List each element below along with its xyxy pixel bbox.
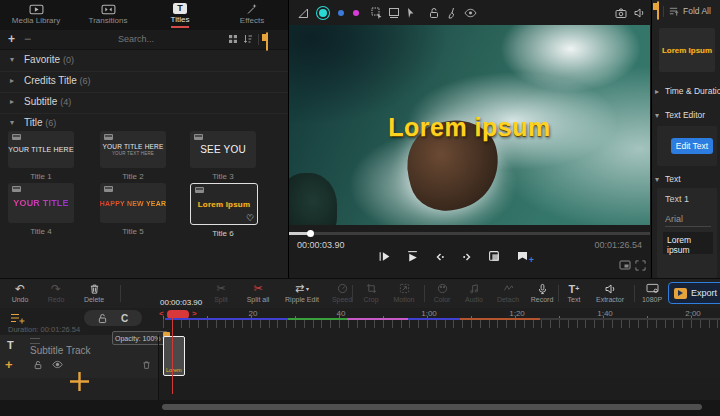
panel-collapse-icon[interactable] xyxy=(266,33,268,51)
title-preview-subtext: YOUR TEXT HERE xyxy=(112,151,154,156)
eye-icon[interactable] xyxy=(464,6,477,20)
title-thumbnail-3[interactable]: SEE YOU Title 3 xyxy=(190,131,256,181)
delete-button[interactable]: Delete xyxy=(74,282,114,303)
tab-media-library[interactable]: Media Library xyxy=(0,0,72,30)
section-text[interactable]: ▾ Text xyxy=(652,172,720,188)
next-frame-button[interactable] xyxy=(461,251,473,263)
tab-titles[interactable]: T Titles xyxy=(144,0,216,30)
extractor-button[interactable]: Extractor xyxy=(588,282,632,303)
ripple-edit-button[interactable]: ⇄▾Ripple Edit xyxy=(278,282,326,303)
broom-icon[interactable] xyxy=(446,6,458,20)
tab-transitions[interactable]: Transitions xyxy=(72,0,144,30)
text-tool-icon[interactable] xyxy=(388,6,400,20)
export-button[interactable]: Export xyxy=(668,282,720,304)
font-dropdown[interactable]: Arial xyxy=(665,214,711,227)
track-lock-icon[interactable] xyxy=(98,313,107,324)
add-track-plus-button[interactable] xyxy=(69,371,90,392)
scrollbar-thumb[interactable] xyxy=(162,404,702,410)
magenta-color-dot[interactable] xyxy=(353,6,359,20)
title-badge-icon xyxy=(12,186,21,192)
track-visibility-eye-icon[interactable] xyxy=(52,360,63,369)
motion-button[interactable]: Motion xyxy=(386,282,422,303)
track-trash-icon[interactable] xyxy=(142,360,151,370)
previous-frame-button[interactable] xyxy=(434,251,446,263)
play-button[interactable] xyxy=(378,250,391,263)
favorite-heart-icon[interactable]: ♡ xyxy=(246,213,254,223)
snap-magnet-icon[interactable]: C xyxy=(121,313,128,324)
volume-icon[interactable] xyxy=(633,6,645,20)
caret-down-icon: ▾ xyxy=(10,55,14,64)
title-overlay-text[interactable]: Lorem ipsum xyxy=(289,113,650,142)
crop-button[interactable]: Crop xyxy=(356,282,386,303)
divider xyxy=(258,34,259,45)
cursor-tool-icon[interactable] xyxy=(405,6,416,20)
split-button[interactable]: ✂Split xyxy=(204,282,238,303)
edit-text-button[interactable]: Edit Text xyxy=(671,138,713,154)
section-time-duration[interactable]: ▸ Time & Duration xyxy=(652,84,720,100)
mini-player-icon[interactable] xyxy=(619,260,631,270)
add-track-icon[interactable] xyxy=(10,312,25,325)
split-all-button[interactable]: ✂Split all xyxy=(238,282,278,303)
selected-title-thumbnail: Lorem Ipsum xyxy=(659,28,715,72)
audio-button[interactable]: Audio xyxy=(458,282,490,303)
dropdown-caret-icon: ▾ xyxy=(306,285,309,292)
sort-icon[interactable] xyxy=(243,34,253,44)
title-thumbnail-5[interactable]: HAPPY NEW YEAR Title 5 xyxy=(100,183,166,236)
snapshot-button[interactable] xyxy=(488,250,501,263)
resolution-button[interactable]: 1080P xyxy=(636,282,668,303)
category-subtitle[interactable]: ▸ Subtitle (4) xyxy=(0,92,288,114)
redo-button[interactable]: ↷Redo xyxy=(38,282,74,303)
title-thumbnail-2[interactable]: YOUR TITLE HERE YOUR TEXT HERE Title 2 xyxy=(100,131,166,181)
seek-bar[interactable] xyxy=(289,232,650,235)
track-drag-handle[interactable] xyxy=(30,338,40,344)
detach-button[interactable]: Detach xyxy=(490,282,526,303)
tab-label: Effects xyxy=(240,17,264,27)
grid-view-icon[interactable] xyxy=(228,34,238,44)
title-thumbnail-6-selected[interactable]: Lorem Ipsum ♡ Title 6 xyxy=(190,183,256,238)
add-marker-button[interactable]: + xyxy=(516,251,530,263)
video-editor-app: Media Library Transitions T Titles Effec… xyxy=(0,0,720,416)
stop-button[interactable] xyxy=(406,250,419,263)
fold-all-button[interactable]: Fold All xyxy=(683,6,711,16)
add-subtitle-button[interactable]: + xyxy=(5,357,13,372)
color-button[interactable]: Color xyxy=(426,282,458,303)
track-lock-icon[interactable] xyxy=(34,360,42,370)
snapshot-camera-icon[interactable] xyxy=(615,6,627,20)
subtitle-clip[interactable]: Lorem xyxy=(163,336,185,376)
scissors-all-icon: ✂ xyxy=(238,282,278,295)
record-button[interactable]: Record xyxy=(524,282,560,303)
seek-handle[interactable] xyxy=(307,230,314,237)
opacity-control[interactable]: Opacity: 100%▾ xyxy=(112,331,168,345)
title-preview-text: YOUR TITLE HERE xyxy=(8,146,74,153)
lock-icon[interactable] xyxy=(429,6,439,20)
category-credits-title[interactable]: ▸ Credits Title (6) xyxy=(0,71,288,93)
search-input[interactable]: Search... xyxy=(118,34,188,44)
section-label: Text xyxy=(665,174,681,184)
edit-toolbar: ↶Undo ↷Redo Delete ✂Split ✂Split all ⇄▾R… xyxy=(0,278,720,309)
title-thumbnail-1[interactable]: YOUR TITLE HERE Title 1 xyxy=(8,131,74,181)
video-preview[interactable]: Lorem ipsum xyxy=(289,25,650,225)
section-text-editor[interactable]: ▾ Text Editor xyxy=(652,108,720,124)
speed-button[interactable]: Speed xyxy=(326,282,358,303)
crop-icon xyxy=(356,282,386,295)
undo-button[interactable]: ↶Undo xyxy=(2,282,38,303)
playhead-line[interactable] xyxy=(172,316,173,394)
category-favorite[interactable]: ▾ Favorite (0) xyxy=(0,50,288,72)
tab-effects[interactable]: Effects xyxy=(216,0,288,30)
title-preview-text: HAPPY NEW YEAR xyxy=(100,200,166,207)
text-item-tab[interactable]: Text 1 xyxy=(665,194,689,204)
timeline-ruler[interactable] xyxy=(163,319,720,328)
select-tool-icon[interactable] xyxy=(371,6,383,20)
title-thumbnail-4[interactable]: YOUR TITLE Title 4 xyxy=(8,183,74,236)
panel-expand-icon[interactable] xyxy=(657,2,659,20)
fullscreen-icon[interactable] xyxy=(635,260,646,271)
media-library-icon xyxy=(29,4,44,15)
text-button[interactable]: T+Text xyxy=(560,282,588,303)
ruler-tool-icon[interactable] xyxy=(297,6,309,20)
horizontal-scrollbar xyxy=(0,400,720,416)
blue-color-dot[interactable] xyxy=(338,6,344,20)
add-title-button[interactable]: + xyxy=(8,32,15,46)
cyan-color-dot[interactable] xyxy=(319,6,327,20)
text-content-input[interactable]: Lorem ipsum xyxy=(663,232,713,254)
remove-title-button[interactable]: − xyxy=(24,32,31,46)
